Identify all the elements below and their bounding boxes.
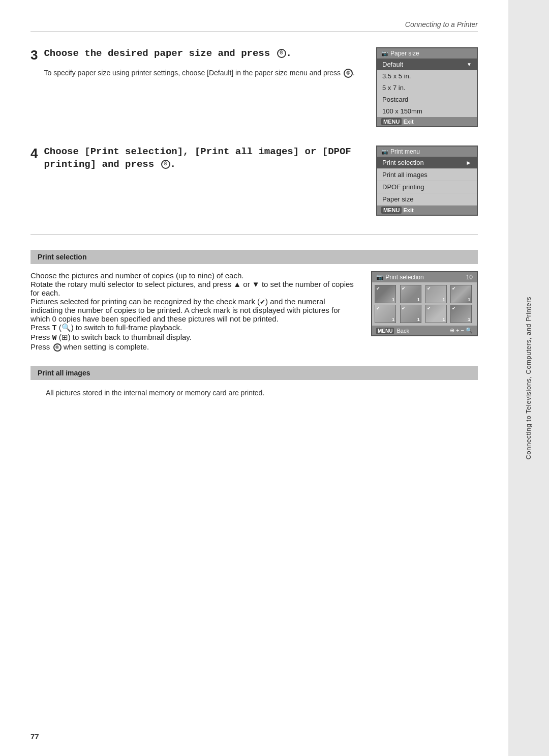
print-menu-all-images: Print all images xyxy=(377,169,477,181)
step3-title: Choose the desired paper size and press … xyxy=(44,47,354,60)
step3-title-block: Choose the desired paper size and press … xyxy=(44,47,354,78)
print-selection-text: Choose the pictures and number of copies… xyxy=(30,271,359,352)
step4-title-block: Choose [Print selection], [Print all ima… xyxy=(44,146,364,178)
print-menu-paper-size: Paper size xyxy=(377,193,477,206)
divider1 xyxy=(30,234,478,235)
paper-size-default: Default ▼ xyxy=(377,59,477,70)
print-menu-selection: Print selection ► xyxy=(377,157,477,169)
paper-size-5x7: 5 x 7 in. xyxy=(377,82,477,94)
step4-number: 4 xyxy=(30,147,38,160)
thumb-8: ✔ 1 xyxy=(450,305,472,323)
page-header: Connecting to a Printer xyxy=(30,20,478,32)
thumb-5: ✔ 1 xyxy=(375,305,396,323)
print-sel-para4: Press T (🔍) to switch to full-frame play… xyxy=(30,323,359,333)
camera-icon: 📷 xyxy=(381,50,388,57)
right-sidebar-tab: Connecting to Televisions, Computers, an… xyxy=(508,0,549,756)
step3-body: To specify paper size using printer sett… xyxy=(44,67,354,78)
print-all-images-subsection: Print all images All pictures stored in … xyxy=(30,366,478,398)
print-menu-items: Print selection ► Print all images DPOF … xyxy=(377,157,477,206)
print-menu-title: 📷 Print menu xyxy=(377,147,477,157)
print-all-images-body: All pictures stored in the internal memo… xyxy=(30,387,478,398)
step4-title: Choose [Print selection], [Print all ima… xyxy=(44,146,364,170)
step3-ok-symbol: ® xyxy=(277,49,286,58)
step3-left: 3 Choose the desired paper size and pres… xyxy=(30,47,364,85)
paper-size-footer: MENU Exit xyxy=(377,117,477,126)
print-menu-camera-icon: 📷 xyxy=(381,149,388,155)
print-menu-footer: MENU Exit xyxy=(377,206,477,215)
print-selection-subsection: Print selection Choose the pictures and … xyxy=(30,250,478,352)
header-title: Connecting to a Printer xyxy=(405,20,478,28)
thumb-7: ✔ 1 xyxy=(425,305,447,323)
print-sel-screen-footer: MENU Back ⊕ + − 🔍 xyxy=(372,326,477,335)
print-sel-camera-icon: 📷 xyxy=(376,274,384,281)
thumb-4: ✔ 1 xyxy=(450,285,472,303)
paper-size-100x150: 100 x 150mm xyxy=(377,105,477,117)
print-all-images-text: All pictures stored in the internal memo… xyxy=(46,387,478,398)
print-selection-content: Choose the pictures and number of copies… xyxy=(30,271,478,352)
print-sel-para2: Rotate the rotary multi selector to sele… xyxy=(30,280,359,297)
thumb-1: ✔ 1 xyxy=(375,285,396,303)
step4-section: 4 Choose [Print selection], [Print all i… xyxy=(30,146,478,216)
step4-ok-symbol: ® xyxy=(161,160,170,169)
sidebar-text: Connecting to Televisions, Computers, an… xyxy=(524,297,533,459)
print-sel-para6: Press ® when setting is complete. xyxy=(30,342,359,352)
page: Connecting to a Printer 3 Choose the des… xyxy=(0,0,508,756)
page-number: 77 xyxy=(30,732,39,741)
step4-left: 4 Choose [Print selection], [Print all i… xyxy=(30,146,364,178)
print-sel-para5: Press W (⊞) to switch back to thumbnail … xyxy=(30,333,359,342)
print-menu-dpof: DPOF printing xyxy=(377,181,477,193)
paper-size-items: Default ▼ 3.5 x 5 in. 5 x 7 in. Postcard… xyxy=(377,59,477,117)
print-all-images-header: Print all images xyxy=(30,366,478,380)
print-sel-para3: Pictures selected for printing can be re… xyxy=(30,297,359,323)
step3-section: 3 Choose the desired paper size and pres… xyxy=(30,47,478,127)
print-sel-thumbnails: ✔ 1 ✔ 1 ✔ 1 ✔ 1 xyxy=(372,282,477,326)
paper-size-postcard: Postcard xyxy=(377,94,477,105)
thumb-6: ✔ 1 xyxy=(400,305,421,323)
thumb-2: ✔ 1 xyxy=(400,285,421,303)
step3-number: 3 xyxy=(30,48,38,62)
paper-size-35x5: 3.5 x 5 in. xyxy=(377,70,477,82)
paper-size-screen: 📷 Paper size Default ▼ 3.5 x 5 in. 5 x 7… xyxy=(376,47,478,127)
print-sel-controls: ⊕ + − 🔍 xyxy=(450,327,473,334)
print-menu-screen: 📷 Print menu Print selection ► Print all… xyxy=(376,146,478,216)
paper-size-screen-title: 📷 Paper size xyxy=(377,48,477,59)
step3-body-ok: ® xyxy=(344,69,353,78)
print-sel-para1: Choose the pictures and number of copies… xyxy=(30,271,359,280)
print-selection-screen: 📷 Print selection 10 ✔ 1 ✔ 1 ✔ xyxy=(371,271,478,336)
thumb-3: ✔ 1 xyxy=(425,285,447,303)
print-sel-count: 10 xyxy=(466,274,473,281)
print-sel-screen-title: 📷 Print selection 10 xyxy=(372,272,477,282)
print-selection-header: Print selection xyxy=(30,250,478,264)
